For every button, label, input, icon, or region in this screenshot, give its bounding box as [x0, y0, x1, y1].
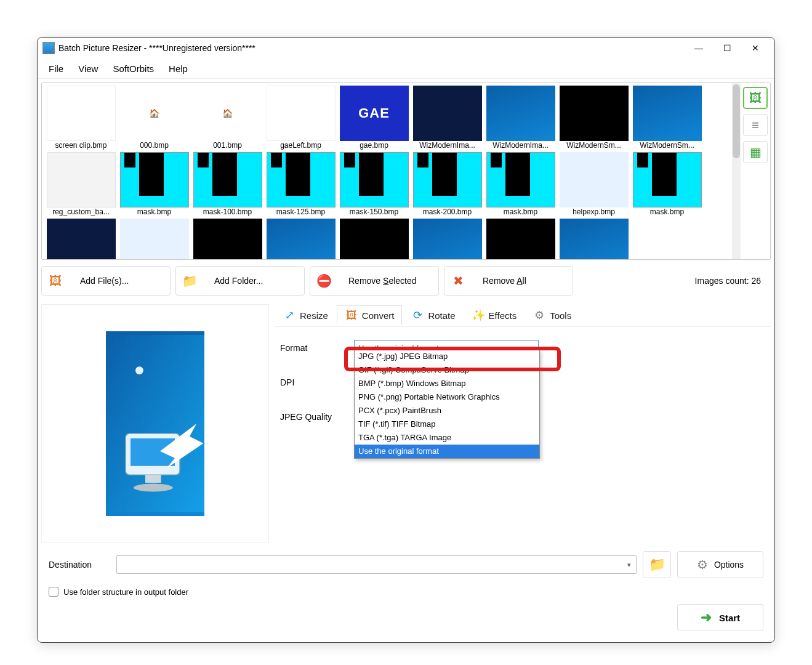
thumbnail-image	[486, 86, 555, 141]
menu-softorbits[interactable]: SoftOrbits	[107, 61, 160, 76]
thumbnail-image	[633, 152, 702, 208]
tab-body-convert: Format Use the original format ▾ DPI JPE…	[275, 326, 771, 542]
add-files-button[interactable]: 🖼 Add File(s)...	[41, 266, 171, 296]
thumbnail-label: mask.bmp	[118, 208, 191, 219]
convert-icon: 🖼	[345, 308, 358, 322]
menu-help[interactable]: Help	[163, 61, 194, 76]
remove-all-label: Remove All	[483, 276, 526, 286]
tab-effects[interactable]: ✨ Effects	[464, 306, 525, 324]
thumbnail[interactable]	[44, 219, 118, 259]
thumbnail[interactable]: mask-100.bmp	[191, 152, 264, 219]
thumbnail[interactable]: screen clip.bmp	[44, 86, 118, 152]
thumbnail[interactable]: gaeLeft.bmp	[264, 86, 337, 152]
thumbnail[interactable]: WizModernSm...	[630, 86, 704, 152]
format-option[interactable]: TGA (*.tga) TARGA Image	[355, 431, 539, 445]
format-option[interactable]: PNG (*.png) Portable Network Graphics	[355, 390, 539, 404]
menu-view[interactable]: View	[72, 61, 104, 76]
view-table-icon[interactable]: ▦	[743, 141, 768, 163]
thumbnail[interactable]	[264, 219, 337, 259]
start-button[interactable]: ➜ Start	[677, 604, 763, 631]
add-folder-label: Add Folder...	[214, 276, 263, 286]
remove-selected-icon: ⛔	[316, 273, 331, 288]
thumbnail-gallery[interactable]: screen clip.bmp🏠000.bmp🏠001.bmpgaeLeft.b…	[42, 83, 732, 259]
thumbnail[interactable]: 🏠000.bmp	[118, 86, 191, 152]
start-arrow-icon: ➜	[701, 610, 712, 626]
thumbnail-label: 001.bmp	[191, 141, 264, 152]
thumbnail[interactable]: mask-200.bmp	[411, 152, 484, 219]
use-folder-structure-label: Use folder structure in output folder	[63, 587, 188, 597]
thumbnail-image	[47, 152, 116, 208]
format-option[interactable]: GIF (*.gif) CompuServe Bitmap	[355, 363, 539, 377]
destination-combobox[interactable]: ▾	[116, 555, 637, 574]
thumbnail[interactable]: helpexp.bmp	[557, 152, 630, 219]
tab-tools[interactable]: ⚙ Tools	[525, 306, 579, 324]
remove-selected-button[interactable]: ⛔ Remove Selected	[310, 266, 439, 296]
view-list-icon[interactable]: ≡	[743, 114, 768, 136]
scrollbar-thumb[interactable]	[733, 84, 740, 158]
thumbnail[interactable]: 🏠001.bmp	[191, 86, 264, 152]
thumbnail-image	[267, 219, 336, 259]
thumbnail-image	[413, 86, 482, 141]
thumbnail[interactable]: WizModernIma...	[411, 86, 484, 152]
thumbnail[interactable]: mask.bmp	[118, 152, 191, 219]
format-dropdown[interactable]: JPG (*.jpg) JPEG BitmapGIF (*.gif) Compu…	[354, 349, 540, 459]
thumbnail-image: GAE	[340, 86, 409, 141]
options-button[interactable]: ⚙ Options	[677, 551, 763, 578]
thumbnail[interactable]: GAEgae.bmp	[337, 86, 411, 152]
minimize-button[interactable]: —	[685, 39, 713, 57]
thumbnail[interactable]: mask-150.bmp	[337, 152, 411, 219]
thumbnail[interactable]	[484, 219, 557, 259]
browse-folder-button[interactable]: 📁	[643, 551, 671, 578]
svg-rect-3	[145, 475, 161, 483]
thumbnail[interactable]: mask.bmp	[630, 152, 704, 219]
thumbnail-label: WizModernIma...	[411, 141, 484, 152]
gallery-scrollbar[interactable]	[732, 83, 741, 259]
thumbnail[interactable]	[557, 219, 630, 259]
format-option[interactable]: BMP (*.bmp) Windows Bitmap	[355, 377, 539, 390]
thumbnail-image	[413, 219, 482, 259]
maximize-button[interactable]: ☐	[713, 39, 741, 57]
thumbnail[interactable]: WizModernIma...	[484, 86, 557, 152]
app-icon	[42, 42, 55, 54]
tab-rotate[interactable]: ⟳ Rotate	[403, 306, 462, 324]
bottom-panel: Destination ▾ 📁 ⚙ Options Use folder str…	[38, 546, 774, 642]
thumbnail[interactable]	[337, 219, 411, 259]
thumbnail-image: 🏠	[120, 86, 189, 141]
use-folder-structure-checkbox[interactable]	[49, 587, 58, 597]
thumbnail-label: screen clip.bmp	[45, 141, 118, 152]
tab-convert[interactable]: 🖼 Convert	[337, 305, 403, 325]
window-title: Batch Picture Resizer - ****Unregistered…	[58, 43, 685, 53]
format-option[interactable]: PCX (*.pcx) PaintBrush	[355, 404, 539, 417]
format-option[interactable]: JPG (*.jpg) JPEG Bitmap	[355, 350, 539, 363]
menu-file[interactable]: File	[42, 61, 70, 76]
thumbnail[interactable]	[191, 219, 264, 259]
format-option[interactable]: TIF (*.tif) TIFF Bitmap	[355, 417, 539, 431]
rotate-icon: ⟳	[411, 308, 424, 322]
thumbnail[interactable]	[118, 219, 191, 259]
thumbnail[interactable]: WizModernSm...	[557, 86, 630, 152]
add-folder-icon: 📁	[182, 273, 197, 288]
view-thumbnails-icon[interactable]: 🖼	[743, 87, 768, 109]
gallery-panel: screen clip.bmp🏠000.bmp🏠001.bmpgaeLeft.b…	[41, 83, 771, 260]
thumbnail[interactable]: mask.bmp	[484, 152, 557, 219]
add-folder-button[interactable]: 📁 Add Folder...	[175, 266, 305, 296]
thumbnail-label: mask-125.bmp	[265, 208, 337, 219]
svg-point-4	[134, 483, 173, 491]
thumbnail-label: gaeLeft.bmp	[265, 141, 337, 152]
remove-selected-label: Remove Selected	[348, 276, 417, 286]
thumbnail-label: WizModernSm...	[631, 141, 704, 152]
thumbnail[interactable]: mask-125.bmp	[264, 152, 337, 219]
thumbnail-label: mask.bmp	[484, 208, 557, 219]
thumbnail[interactable]	[411, 219, 484, 259]
remove-all-button[interactable]: ✖ Remove All	[444, 266, 573, 296]
thumbnail[interactable]: reg_custom_ba...	[44, 152, 118, 219]
thumbnail-image	[560, 219, 629, 259]
thumbnail-image	[486, 219, 555, 259]
thumbnail-image	[47, 86, 116, 141]
thumbnail-image	[486, 152, 555, 208]
thumbnail-label: gae.bmp	[338, 141, 411, 152]
tab-resize[interactable]: ⤢ Resize	[275, 306, 336, 324]
close-button[interactable]: ✕	[741, 39, 770, 57]
format-option[interactable]: Use the original format	[355, 445, 539, 458]
titlebar: Batch Picture Resizer - ****Unregistered…	[38, 38, 774, 58]
